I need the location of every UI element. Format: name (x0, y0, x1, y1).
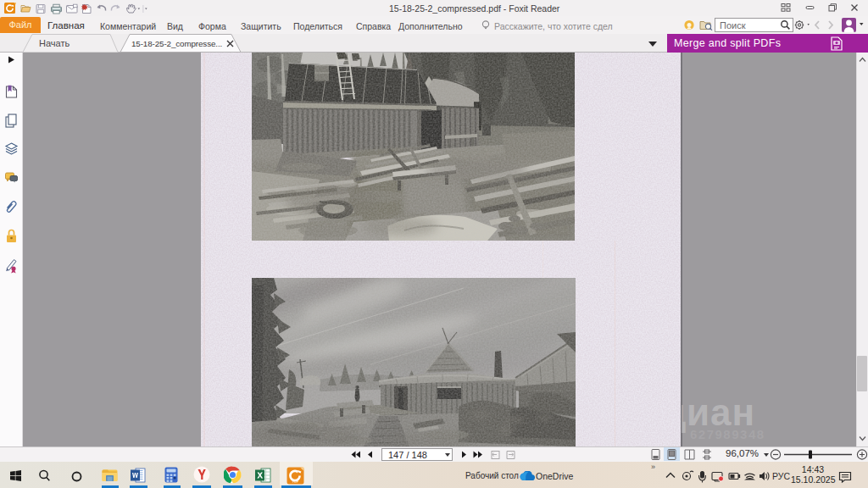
svg-text:PDF: PDF (292, 480, 299, 484)
